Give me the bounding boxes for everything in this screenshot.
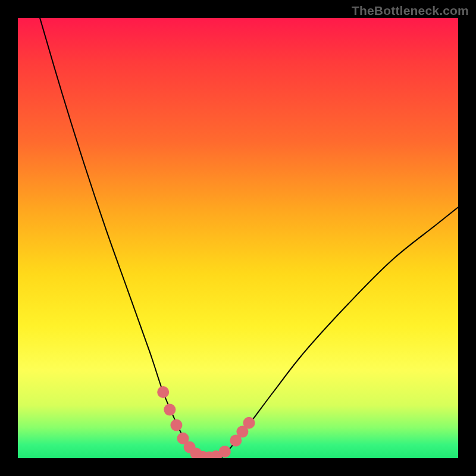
marker-right-3 [236,426,248,438]
marker-left-4 [177,433,189,444]
bottleneck-curve [40,18,458,458]
marker-right-1 [219,446,231,458]
plot-area [18,18,458,458]
marker-bottom-1 [190,448,202,458]
marker-right-4 [243,417,255,429]
marker-left-5 [184,441,196,453]
marker-left-2 [164,404,176,416]
marker-left-1 [157,386,169,398]
marker-group [157,386,255,458]
curve-svg [18,18,458,458]
marker-right-2 [230,434,242,446]
watermark-text: TheBottleneck.com [352,4,469,18]
chart-stage: TheBottleneck.com [0,0,476,476]
marker-left-3 [170,419,182,431]
marker-bottom-3 [203,452,215,458]
marker-bottom-2 [197,451,209,458]
marker-bottom-4 [210,450,222,458]
